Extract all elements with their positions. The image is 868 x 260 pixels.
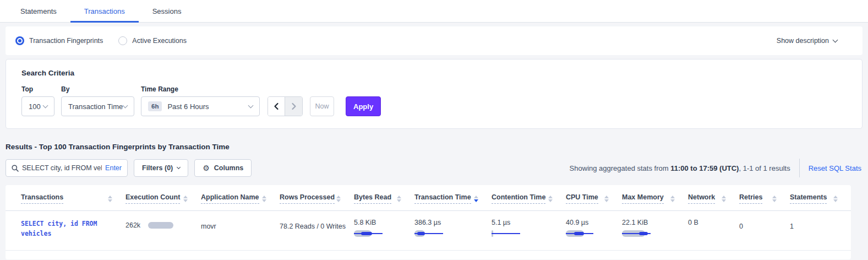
column-label: Rows Processed [280, 193, 335, 204]
transactions-table: TransactionsExecution CountApplication N… [6, 185, 851, 251]
next-range-button[interactable] [285, 97, 302, 116]
chevron-down-icon [43, 102, 48, 108]
radio-label: Active Executions [132, 37, 187, 45]
by-select-value: Transaction Time [68, 102, 123, 111]
filters-label: Filters (0) [142, 164, 173, 172]
column-header-rows-processed[interactable]: Rows Processed [280, 185, 354, 211]
execution-count-value: 262k [125, 221, 140, 229]
sort-icon[interactable] [183, 196, 188, 202]
previous-range-button[interactable] [268, 97, 285, 116]
time-range-label: Time Range [141, 85, 260, 93]
chevron-down-icon [248, 102, 254, 108]
column-header-execution-count[interactable]: Execution Count [125, 185, 201, 211]
filters-button[interactable]: Filters (0) [134, 159, 188, 177]
column-header-bytes-read[interactable]: Bytes Read [354, 185, 414, 211]
column-label: Contention Time [492, 193, 545, 204]
top-tab-bar: Statements Transactions Sessions [0, 0, 868, 23]
aggregated-stats-text: Showing aggregated stats from 11:00 to 1… [570, 164, 790, 172]
chevron-left-icon [274, 102, 279, 110]
max-memory-value: 22.1 KiB [622, 219, 680, 226]
chevron-down-icon [123, 102, 128, 108]
reset-sql-stats-link[interactable]: Reset SQL Stats [809, 164, 861, 172]
radio-transaction-fingerprints[interactable]: Transaction Fingerprints [15, 36, 103, 45]
column-header-retries[interactable]: Retries [739, 185, 790, 211]
divider [799, 159, 800, 177]
time-range-badge: 6h [148, 101, 162, 111]
contention-time-value: 5.1 µs [492, 219, 558, 226]
sort-icon[interactable] [722, 196, 726, 202]
search-box[interactable]: SELECT city, id FROM vehicles W Enter [6, 159, 128, 177]
application-name-cell: movr [201, 211, 280, 251]
column-label: Network [688, 193, 715, 204]
tab-sessions[interactable]: Sessions [139, 7, 195, 23]
cpu-time-bar [566, 230, 614, 237]
radio-active-executions[interactable]: Active Executions [118, 36, 187, 45]
sort-icon[interactable] [604, 196, 609, 202]
show-description-label: Show description [777, 37, 829, 45]
radio-unselected-icon [118, 36, 127, 45]
sort-icon[interactable] [336, 196, 341, 202]
top-select-value: 100 [29, 102, 41, 111]
column-label: CPU Time [566, 193, 598, 204]
sort-icon[interactable] [262, 196, 266, 202]
column-header-max-memory[interactable]: Max Memory [622, 185, 688, 211]
column-header-transaction-time[interactable]: Transaction Time [414, 185, 492, 211]
by-select[interactable]: Transaction Time [61, 96, 134, 116]
sort-icon[interactable] [108, 196, 112, 202]
table-row[interactable]: SELECT city, id FROM vehicles 262k movr … [6, 211, 851, 251]
table-header-row: TransactionsExecution CountApplication N… [6, 185, 851, 211]
column-header-statements[interactable]: Statements [790, 185, 851, 211]
search-enter-link[interactable]: Enter [105, 164, 122, 172]
time-nav-group [268, 96, 303, 116]
rows-processed-cell: 78.2 Reads / 0 Writes [280, 211, 354, 251]
column-header-network[interactable]: Network [688, 185, 739, 211]
transaction-fingerprint-link[interactable]: SELECT city, id FROM vehicles [21, 219, 112, 239]
sort-icon[interactable] [772, 196, 777, 202]
apply-button[interactable]: Apply [346, 96, 381, 116]
chevron-right-icon [291, 102, 297, 110]
search-criteria-card: Search Criteria Top 100 By Transaction T… [6, 59, 862, 129]
column-header-application-name[interactable]: Application Name [201, 185, 280, 211]
bytes-read-bar [354, 230, 407, 237]
sort-icon[interactable] [670, 196, 675, 202]
transaction-time-value: 386.3 µs [414, 219, 484, 226]
radio-label: Transaction Fingerprints [29, 37, 103, 45]
sort-icon[interactable] [548, 196, 553, 202]
column-header-cpu-time[interactable]: CPU Time [566, 185, 622, 211]
retries-cell: 0 [739, 211, 790, 251]
column-header-transactions[interactable]: Transactions [6, 185, 125, 211]
sort-icon[interactable] [474, 196, 478, 202]
bytes-read-value: 5.8 KiB [354, 219, 407, 226]
tab-statements[interactable]: Statements [7, 7, 70, 23]
search-input[interactable]: SELECT city, id FROM vehicles W [22, 164, 102, 172]
column-label: Retries [739, 193, 762, 204]
cpu-time-value: 40.9 µs [566, 219, 614, 226]
chevron-down-icon [177, 165, 181, 169]
stats-time-range: 11:00 to 17:59 (UTC) [670, 164, 739, 172]
tab-transactions[interactable]: Transactions [70, 7, 139, 23]
time-range-select[interactable]: 6h Past 6 Hours [141, 96, 260, 116]
max-memory-bar [622, 230, 680, 237]
column-label: Transactions [21, 193, 63, 204]
column-label: Max Memory [622, 193, 664, 204]
column-label: Execution Count [125, 193, 180, 204]
column-label: Transaction Time [414, 193, 471, 204]
column-label: Statements [790, 193, 827, 204]
column-header-contention-time[interactable]: Contention Time [492, 185, 566, 211]
by-field: By Transaction Time [61, 85, 134, 116]
radio-selected-icon [15, 36, 24, 45]
sort-icon[interactable] [397, 196, 401, 202]
view-toggle-strip: Transaction Fingerprints Active Executio… [6, 26, 862, 55]
by-label: By [61, 85, 134, 93]
search-criteria-title: Search Criteria [21, 69, 847, 77]
top-select[interactable]: 100 [21, 96, 54, 116]
show-description-toggle[interactable]: Show description [777, 37, 837, 45]
network-cell: 0 B [688, 211, 739, 251]
now-button[interactable]: Now [310, 96, 334, 116]
columns-button[interactable]: ⚙ Columns [194, 159, 252, 177]
contention-time-bar [492, 230, 558, 237]
time-range-value: Past 6 Hours [167, 102, 209, 111]
sort-icon[interactable] [833, 196, 838, 202]
columns-label: Columns [214, 164, 243, 172]
search-icon [12, 165, 19, 172]
